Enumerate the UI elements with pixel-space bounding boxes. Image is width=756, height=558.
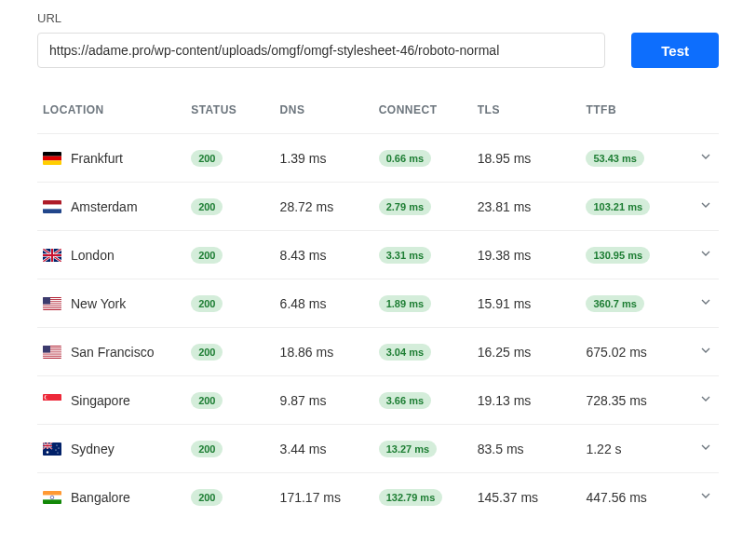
ttfb-value: 53.43 ms xyxy=(586,150,643,167)
svg-point-52 xyxy=(55,449,56,450)
svg-rect-4 xyxy=(43,204,61,209)
location-name: Singapore xyxy=(71,393,130,408)
table-row: Frankfurt2001.39 ms0.66 ms18.95 ms53.43 … xyxy=(37,134,719,183)
tls-value: 18.95 ms xyxy=(478,151,532,166)
svg-point-42 xyxy=(46,395,50,400)
test-button[interactable]: Test xyxy=(631,33,719,68)
chevron-down-icon[interactable] xyxy=(698,394,713,409)
ttfb-value: 675.02 ms xyxy=(586,345,646,360)
svg-rect-37 xyxy=(43,357,61,358)
flag-icon xyxy=(43,152,61,165)
svg-point-53 xyxy=(57,452,58,453)
tls-value: 19.38 ms xyxy=(478,248,532,263)
connect-value: 3.31 ms xyxy=(379,247,431,264)
flag-icon xyxy=(43,394,61,407)
header-tls: TLS xyxy=(472,94,581,134)
svg-rect-21 xyxy=(43,306,61,307)
header-ttfb: TTFB xyxy=(580,94,689,134)
svg-rect-10 xyxy=(43,254,61,256)
connect-value: 3.04 ms xyxy=(379,344,431,361)
connect-value: 13.27 ms xyxy=(379,441,437,457)
flag-icon xyxy=(43,442,61,456)
location-name: Amsterdam xyxy=(71,199,138,214)
tls-value: 83.5 ms xyxy=(478,442,524,456)
header-connect: CONNECT xyxy=(373,94,472,134)
tls-value: 23.81 ms xyxy=(478,199,532,214)
status-badge: 200 xyxy=(191,344,223,361)
tls-value: 145.37 ms xyxy=(478,490,538,505)
status-badge: 200 xyxy=(191,150,223,167)
tls-value: 16.25 ms xyxy=(478,345,532,360)
ttfb-value: 1.22 s xyxy=(586,442,621,456)
chevron-down-icon[interactable] xyxy=(698,152,713,167)
svg-rect-54 xyxy=(43,491,61,496)
svg-point-51 xyxy=(58,447,59,448)
tls-value: 15.91 ms xyxy=(478,296,532,311)
flag-icon xyxy=(43,249,61,262)
svg-rect-3 xyxy=(43,200,61,205)
svg-rect-5 xyxy=(43,209,61,213)
chevron-down-icon[interactable] xyxy=(698,249,713,264)
svg-rect-33 xyxy=(43,353,61,354)
status-badge: 200 xyxy=(191,198,223,215)
ttfb-value: 447.56 ms xyxy=(586,490,646,505)
location-name: Bangalore xyxy=(71,490,130,505)
svg-rect-19 xyxy=(43,305,61,306)
status-badge: 200 xyxy=(191,392,223,409)
location-name: San Francisco xyxy=(71,345,154,360)
svg-rect-34 xyxy=(43,354,61,355)
status-badge: 200 xyxy=(191,295,223,312)
svg-rect-18 xyxy=(43,304,61,305)
svg-rect-22 xyxy=(43,307,61,308)
svg-rect-1 xyxy=(43,156,61,160)
dns-value: 171.17 ms xyxy=(280,490,341,505)
flag-icon xyxy=(43,297,61,310)
chevron-down-icon[interactable] xyxy=(698,491,713,506)
svg-rect-40 xyxy=(43,401,61,407)
svg-point-49 xyxy=(47,451,48,453)
connect-value: 1.89 ms xyxy=(379,295,431,312)
status-badge: 200 xyxy=(191,247,223,264)
ttfb-value: 103.21 ms xyxy=(586,198,650,215)
url-label: URL xyxy=(37,11,719,25)
svg-rect-36 xyxy=(43,356,61,357)
ttfb-value: 130.95 ms xyxy=(586,247,650,264)
chevron-down-icon[interactable] xyxy=(698,442,713,457)
chevron-down-icon[interactable] xyxy=(698,297,713,312)
svg-rect-0 xyxy=(43,152,61,157)
dns-value: 1.39 ms xyxy=(280,151,327,166)
svg-rect-35 xyxy=(43,355,61,356)
chevron-down-icon[interactable] xyxy=(698,346,713,361)
dns-value: 3.44 ms xyxy=(280,442,327,456)
table-row: New York2006.48 ms1.89 ms15.91 ms360.7 m… xyxy=(37,279,719,328)
location-name: New York xyxy=(71,296,126,311)
dns-value: 8.43 ms xyxy=(280,248,327,263)
dns-value: 9.87 ms xyxy=(280,393,327,408)
connect-value: 0.66 ms xyxy=(379,150,431,167)
url-input[interactable] xyxy=(37,33,605,68)
svg-rect-20 xyxy=(43,306,61,306)
status-badge: 200 xyxy=(191,489,223,506)
table-row: Sydney2003.44 ms13.27 ms83.5 ms1.22 s xyxy=(37,425,719,473)
flag-icon xyxy=(43,346,61,359)
ttfb-value: 728.35 ms xyxy=(586,393,646,408)
table-row: London2008.43 ms3.31 ms19.38 ms130.95 ms xyxy=(37,231,719,279)
svg-rect-2 xyxy=(43,160,61,165)
results-table: LOCATION STATUS DNS CONNECT TLS TTFB Fra… xyxy=(37,94,719,521)
svg-rect-23 xyxy=(43,308,61,309)
flag-icon xyxy=(43,491,61,504)
dns-value: 28.72 ms xyxy=(280,199,334,214)
table-row: Singapore2009.87 ms3.66 ms19.13 ms728.35… xyxy=(37,376,719,425)
header-status: STATUS xyxy=(185,94,274,134)
table-row: Amsterdam20028.72 ms2.79 ms23.81 ms103.2… xyxy=(37,183,719,231)
connect-value: 2.79 ms xyxy=(379,198,431,215)
svg-point-50 xyxy=(56,444,57,445)
svg-rect-38 xyxy=(43,346,50,353)
dns-value: 18.86 ms xyxy=(280,345,334,360)
header-dns: DNS xyxy=(275,94,373,134)
chevron-down-icon[interactable] xyxy=(698,200,713,215)
svg-rect-24 xyxy=(43,297,50,305)
svg-rect-48 xyxy=(43,445,52,446)
dns-value: 6.48 ms xyxy=(280,296,327,311)
ttfb-value: 360.7 ms xyxy=(586,295,643,312)
